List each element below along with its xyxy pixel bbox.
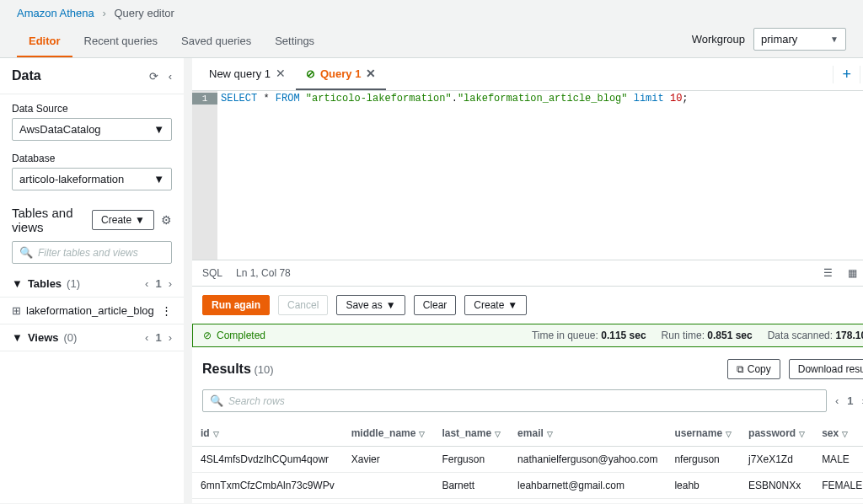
database-label: Database bbox=[12, 153, 172, 164]
database-value: articolo-lakeformation bbox=[19, 173, 124, 185]
save-as-button[interactable]: Save as ▼ bbox=[336, 295, 405, 315]
close-icon[interactable]: ✕ bbox=[366, 67, 376, 80]
status-text: Completed bbox=[217, 330, 265, 341]
caret-down-icon: ▼ bbox=[153, 173, 164, 185]
views-section[interactable]: ▼ Views (0) ‹ 1 › bbox=[0, 324, 184, 351]
tab-settings[interactable]: Settings bbox=[263, 26, 326, 57]
caret-down-icon: ▼ bbox=[830, 35, 839, 44]
sort-icon: ▽ bbox=[495, 430, 501, 438]
collapse-icon[interactable]: ‹ bbox=[169, 70, 172, 83]
tab-editor[interactable]: Editor bbox=[17, 26, 72, 57]
sort-icon: ▽ bbox=[799, 430, 805, 438]
breadcrumb-root[interactable]: Amazon Athena bbox=[17, 7, 94, 19]
add-tab-icon[interactable]: + bbox=[833, 66, 860, 83]
col-id[interactable]: id▽ bbox=[192, 421, 343, 447]
datasource-select[interactable]: AwsDataCatalog ▼ bbox=[12, 118, 172, 141]
col-pass[interactable]: password▽ bbox=[740, 421, 813, 447]
copy-icon: ⧉ bbox=[737, 363, 744, 375]
cursor-position: Ln 1, Col 78 bbox=[236, 267, 291, 279]
search-icon: 🔍 bbox=[210, 394, 223, 407]
editor-panel: New query 1 ✕ ⊘ Query 1 ✕ + ▼ 1 SELECT *… bbox=[192, 58, 863, 503]
table-row[interactable]: 6mnTxmCfzCmbAln73c9WPvBarnettleahbarnett… bbox=[192, 473, 863, 499]
table-name: lakeformation_article_blog bbox=[26, 304, 154, 317]
close-icon[interactable]: ✕ bbox=[276, 67, 286, 80]
layout-icon[interactable]: ▦ bbox=[844, 265, 860, 281]
datasource-label: Data Source bbox=[12, 103, 172, 115]
create-button[interactable]: Create ▼ bbox=[92, 210, 154, 230]
line-number: 1 bbox=[192, 93, 217, 105]
query-tab-2[interactable]: ⊘ Query 1 ✕ bbox=[296, 58, 386, 90]
caret-down-icon: ▼ bbox=[135, 214, 145, 226]
workgroup-label: Workgroup bbox=[692, 33, 745, 46]
caret-down-icon: ▼ bbox=[386, 299, 396, 311]
col-user[interactable]: username▽ bbox=[666, 421, 740, 447]
refresh-icon[interactable]: ⟳ bbox=[149, 70, 158, 83]
chevron-right-icon[interactable]: › bbox=[169, 331, 172, 344]
chevron-left-icon[interactable]: ‹ bbox=[835, 394, 839, 407]
filter-tables-input[interactable]: 🔍 bbox=[12, 241, 172, 264]
chevron-right-icon[interactable]: › bbox=[169, 277, 172, 290]
col-last[interactable]: last_name▽ bbox=[433, 421, 509, 447]
table-row[interactable]: 4SL4mfsDvdzIhCQum4qowrXavierFergusonnath… bbox=[192, 447, 863, 473]
chevron-left-icon[interactable]: ‹ bbox=[145, 331, 148, 344]
tab-recent-queries[interactable]: Recent queries bbox=[72, 26, 169, 57]
filter-tables-field[interactable] bbox=[38, 247, 164, 259]
chevron-left-icon[interactable]: ‹ bbox=[145, 277, 148, 290]
status-banner: ⊘ Completed Time in queue: 0.115 sec Run… bbox=[192, 324, 863, 347]
workgroup-value: primary bbox=[761, 33, 797, 46]
table-row[interactable]: ⊞ lakeformation_article_blog ⋮ bbox=[0, 298, 184, 324]
breadcrumb-current: Query editor bbox=[114, 7, 174, 19]
tables-section[interactable]: ▼ Tables (1) ‹ 1 › bbox=[0, 271, 184, 298]
expand-icon[interactable]: ⊞ bbox=[12, 304, 21, 317]
sidebar: Data ⟳ ‹ Data Source AwsDataCatalog ▼ Da… bbox=[0, 58, 184, 503]
caret-down-icon: ▼ bbox=[12, 331, 23, 344]
page-number: 1 bbox=[847, 394, 853, 407]
check-circle-icon: ⊘ bbox=[306, 67, 315, 80]
language-indicator: SQL bbox=[202, 267, 222, 279]
search-rows-field[interactable] bbox=[228, 395, 819, 407]
breadcrumb: Amazon Athena › Query editor bbox=[0, 0, 863, 26]
sort-icon: ▽ bbox=[213, 430, 219, 438]
col-sex[interactable]: sex▽ bbox=[813, 421, 863, 447]
query-tab-1[interactable]: New query 1 ✕ bbox=[199, 58, 296, 90]
clear-button[interactable]: Clear bbox=[414, 295, 457, 315]
sql-editor[interactable]: 1 SELECT * FROM "articolo-lakeformation"… bbox=[192, 91, 863, 260]
sort-icon: ▽ bbox=[547, 430, 553, 438]
main-tabs: Editor Recent queries Saved queries Sett… bbox=[0, 26, 863, 58]
sort-icon: ▽ bbox=[726, 430, 732, 438]
caret-down-icon: ▼ bbox=[153, 123, 164, 136]
caret-down-icon: ▼ bbox=[12, 277, 23, 290]
sort-icon: ▽ bbox=[419, 430, 425, 438]
run-again-button[interactable]: Run again bbox=[202, 295, 270, 315]
format-icon[interactable]: ☰ bbox=[820, 265, 836, 281]
create-button[interactable]: Create ▼ bbox=[464, 295, 527, 315]
database-select[interactable]: articolo-lakeformation ▼ bbox=[12, 168, 172, 190]
gear-icon[interactable]: ⚙ bbox=[161, 213, 172, 227]
tables-views-title: Tables and views bbox=[12, 206, 92, 234]
check-circle-icon: ⊘ bbox=[203, 330, 212, 341]
col-middle[interactable]: middle_name▽ bbox=[343, 421, 434, 447]
search-icon: 🔍 bbox=[19, 246, 33, 259]
tab-saved-queries[interactable]: Saved queries bbox=[169, 26, 263, 57]
copy-button[interactable]: ⧉ Copy bbox=[727, 359, 780, 379]
results-title: Results bbox=[202, 362, 251, 376]
download-results-button[interactable]: Download results bbox=[789, 359, 863, 379]
more-icon[interactable]: ⋮ bbox=[161, 304, 172, 317]
sidebar-title: Data bbox=[12, 68, 41, 83]
search-rows-input[interactable]: 🔍 bbox=[202, 389, 827, 412]
cancel-button: Cancel bbox=[278, 295, 328, 315]
chevron-right-icon: › bbox=[102, 7, 105, 19]
results-count: (10) bbox=[254, 363, 273, 376]
col-email[interactable]: email▽ bbox=[509, 421, 666, 447]
results-table: id▽ middle_name▽ last_name▽ email▽ usern… bbox=[192, 421, 863, 499]
sort-icon: ▽ bbox=[842, 430, 848, 438]
datasource-value: AwsDataCatalog bbox=[19, 123, 101, 136]
caret-down-icon: ▼ bbox=[507, 299, 517, 311]
workgroup-select[interactable]: primary ▼ bbox=[753, 28, 846, 51]
